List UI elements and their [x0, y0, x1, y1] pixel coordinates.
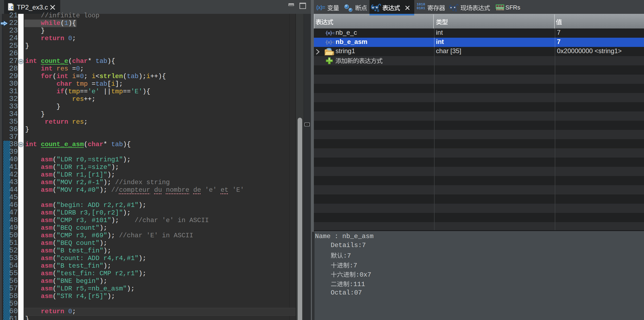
svg-text:.C: .C — [8, 6, 13, 10]
